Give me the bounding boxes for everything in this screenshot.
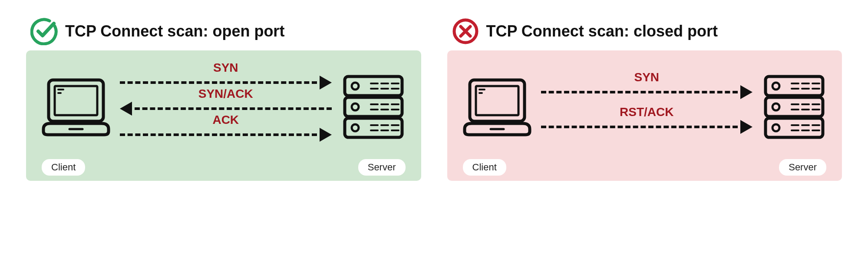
closed-port-arrows: SYN RST/ACK: [541, 68, 753, 146]
packet-syn: SYN: [209, 61, 243, 75]
svg-point-6: [352, 83, 359, 90]
server-label: Server: [358, 159, 406, 176]
client-endpoint: [39, 76, 113, 139]
open-port-panel: TCP Connect scan: open port: [26, 17, 421, 181]
svg-rect-4: [345, 97, 402, 116]
svg-point-8: [352, 124, 359, 131]
arrow-syn: SYN: [541, 85, 753, 99]
svg-rect-3: [345, 76, 402, 96]
closed-port-title: TCP Connect scan: closed port: [486, 22, 718, 40]
closed-port-header: TCP Connect scan: closed port: [447, 17, 842, 45]
client-endpoint: [460, 76, 534, 139]
closed-port-panel: TCP Connect scan: closed port: [447, 17, 842, 181]
server-endpoint: [759, 72, 829, 142]
svg-point-7: [352, 103, 359, 110]
server-endpoint: [339, 72, 408, 142]
svg-rect-5: [345, 118, 402, 137]
open-port-header: TCP Connect scan: open port: [26, 17, 421, 45]
server-icon: [759, 72, 829, 142]
closed-port-box: SYN RST/ACK: [447, 50, 842, 181]
svg-point-36: [772, 124, 779, 131]
svg-rect-29: [476, 86, 518, 115]
server-icon: [339, 72, 408, 142]
packet-syn: SYN: [630, 70, 663, 84]
laptop-icon: [460, 76, 534, 139]
svg-point-35: [772, 103, 779, 110]
server-label: Server: [779, 159, 826, 176]
cross-icon: [452, 17, 479, 45]
laptop-icon: [39, 76, 113, 139]
packet-rstack: RST/ACK: [615, 105, 678, 119]
diagram-row: TCP Connect scan: open port: [26, 17, 842, 181]
arrow-ack: ACK: [120, 128, 332, 142]
svg-rect-31: [766, 76, 823, 96]
packet-synack: SYN/ACK: [194, 87, 257, 101]
svg-rect-32: [766, 97, 823, 116]
svg-rect-1: [55, 86, 97, 115]
open-port-title: TCP Connect scan: open port: [65, 22, 284, 40]
client-label: Client: [42, 159, 85, 176]
arrow-rstack: RST/ACK: [541, 120, 753, 134]
svg-point-34: [772, 83, 779, 90]
open-port-box: SYN SYN/ACK ACK: [26, 50, 421, 181]
packet-ack: ACK: [208, 113, 243, 127]
svg-rect-33: [766, 118, 823, 137]
checkmark-icon: [30, 17, 58, 45]
open-port-arrows: SYN SYN/ACK ACK: [120, 68, 332, 146]
client-label: Client: [463, 159, 506, 176]
